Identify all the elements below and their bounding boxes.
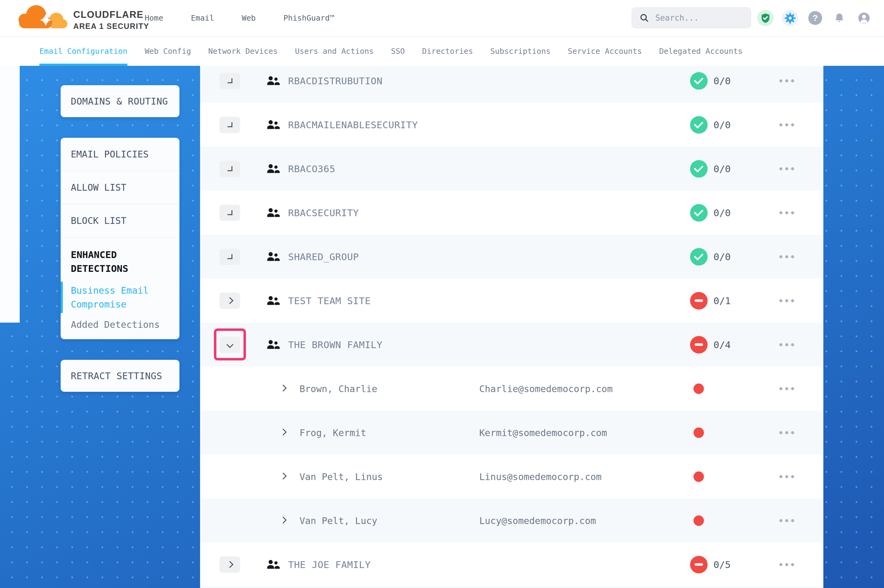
chevron-icon [227, 254, 232, 259]
sidebar-item-business-email-compromise[interactable]: Business Email Compromise [71, 284, 172, 311]
cloudflare-logo[interactable]: CLOUDFLARE AREA 1 SECURITY [16, 2, 149, 33]
tab-users-and-actions[interactable]: Users and Actions [295, 37, 374, 66]
tab-sso[interactable]: SSO [391, 37, 405, 66]
member-row: Van Pelt, Lucy Lucy@somedemocorp.com [200, 498, 823, 543]
tab-network-devices[interactable]: Network Devices [208, 37, 278, 66]
tab-delegated-accounts[interactable]: Delegated Accounts [659, 37, 743, 66]
group-icon [266, 119, 280, 130]
expand-toggle-button[interactable] [219, 292, 240, 309]
member-count: 0/0 [714, 163, 731, 174]
nav-item-web[interactable]: Web [242, 14, 256, 22]
expand-toggle-button[interactable] [219, 556, 240, 573]
row-menu-button[interactable] [776, 296, 797, 305]
group-row: THE BROWN FAMILY 0/4 [200, 322, 823, 367]
nav-item-email[interactable]: Email [191, 14, 214, 22]
chevron-icon [227, 166, 232, 171]
group-icon [266, 163, 280, 174]
row-menu-button[interactable] [776, 428, 797, 437]
group-name: RBACSECURITY [288, 207, 359, 218]
bell-icon[interactable] [831, 10, 847, 26]
search-input[interactable] [655, 13, 742, 23]
help-icon[interactable]: ? [807, 10, 823, 26]
member-email: Lucy@somedemocorp.com [479, 515, 596, 526]
row-menu-button[interactable] [776, 164, 797, 174]
group-row: RBACO365 0/0 [200, 147, 823, 190]
group-row: RBACSECURITY 0/0 [200, 190, 823, 235]
left-gutter [0, 66, 20, 322]
group-name: SHARED_GROUP [288, 251, 359, 262]
tab-web-config[interactable]: Web Config [145, 37, 191, 66]
row-menu-button[interactable] [776, 76, 797, 86]
alert-dot-icon [693, 515, 704, 526]
member-row: Van Pelt, Linus Linus@somedemocorp.com [200, 454, 823, 498]
sidebar-item-domains-routing[interactable]: DOMAINS & ROUTING [71, 96, 168, 107]
app-window: CLOUDFLARE AREA 1 SECURITY Home Email We… [0, 0, 884, 588]
enhanced-detections-section: ENHANCED DETECTIONS Business Email Compr… [61, 237, 179, 330]
chevron-right-icon[interactable] [280, 384, 287, 392]
chevron-right-icon[interactable] [280, 516, 287, 524]
row-menu-button[interactable] [776, 340, 797, 350]
security-shield-icon[interactable] [757, 10, 774, 26]
row-menu-button[interactable] [776, 472, 797, 481]
member-email: Linus@somedemocorp.com [479, 471, 601, 482]
sidebar-item-added-detections[interactable]: Added Detections [71, 319, 169, 330]
row-menu-button[interactable] [776, 208, 797, 218]
nav-item-home[interactable]: Home [145, 14, 163, 22]
alert-dot-icon [693, 471, 704, 482]
group-row: RBACMAILENABLESECURITY 0/0 [200, 103, 823, 147]
member-count: 0/1 [714, 295, 731, 306]
tab-directories[interactable]: Directories [422, 37, 473, 66]
expand-toggle-button[interactable] [219, 160, 240, 177]
expand-toggle-button[interactable] [219, 117, 240, 133]
check-icon [694, 119, 703, 128]
group-icon [266, 295, 280, 306]
group-icon [266, 251, 280, 262]
top-nav: Home Email Web PhishGuard™ [145, 0, 334, 36]
sidebar-item-block-list[interactable]: BLOCK LIST [61, 204, 179, 237]
row-menu-button[interactable] [776, 560, 797, 569]
sidebar-item-email-policies[interactable]: EMAIL POLICIES [61, 138, 179, 171]
minus-icon [695, 300, 703, 302]
row-menu-button[interactable] [776, 516, 797, 525]
expand-toggle-button[interactable] [219, 249, 240, 265]
cloudflare-cloud-icon [16, 2, 71, 33]
chevron-right-icon[interactable] [280, 428, 287, 435]
group-row: TEST TEAM SITE 0/1 [200, 279, 823, 322]
partial-row [200, 586, 823, 588]
member-row: Frog, Kermit Kermit@somedemocorp.com [200, 411, 823, 454]
group-icon [266, 207, 280, 218]
group-row: THE JOE FAMILY 0/5 [200, 543, 823, 586]
member-count: 0/5 [714, 559, 731, 570]
app-header: CLOUDFLARE AREA 1 SECURITY Home Email We… [0, 0, 884, 36]
sidebar-item-allow-list[interactable]: ALLOW LIST [61, 171, 179, 204]
search-box[interactable] [631, 8, 751, 28]
sidebar-card-domains[interactable]: DOMAINS & ROUTING [61, 85, 179, 117]
member-count: 0/4 [714, 339, 731, 350]
expand-toggle-button[interactable] [219, 73, 240, 89]
tab-email-configuration[interactable]: Email Configuration [39, 37, 128, 66]
tab-service-accounts[interactable]: Service Accounts [568, 37, 642, 66]
settings-gear-icon[interactable] [782, 10, 798, 26]
nav-item-phishguard[interactable]: PhishGuard™ [284, 14, 335, 22]
sidebar-card-retract[interactable]: RETRACT SETTINGS [61, 360, 179, 392]
chevron-icon [226, 561, 233, 568]
user-avatar-icon[interactable] [856, 10, 872, 26]
row-menu-button[interactable] [776, 384, 797, 393]
group-name: TEST TEAM SITE [288, 295, 371, 306]
member-row: Brown, Charlie Charlie@somedemocorp.com [200, 367, 823, 411]
tab-subscriptions[interactable]: Subscriptions [490, 37, 551, 66]
brand-text: CLOUDFLARE AREA 1 SECURITY [73, 9, 149, 31]
row-menu-button[interactable] [776, 252, 797, 261]
row-menu-button[interactable] [776, 120, 797, 129]
status-badge [690, 72, 708, 90]
chevron-right-icon[interactable] [280, 472, 287, 480]
group-row: RBACDISTRUBUTION 0/0 [200, 66, 823, 103]
content-area: DOMAINS & ROUTING EMAIL POLICIES ALLOW L… [0, 66, 884, 588]
member-count: 0/0 [714, 119, 731, 130]
group-list-panel: RBACDISTRUBUTION 0/0 RBACMAILENABLESECUR… [200, 66, 823, 588]
status-badge [690, 116, 708, 134]
sidebar-item-retract-settings[interactable]: RETRACT SETTINGS [71, 370, 162, 381]
check-icon [694, 163, 703, 172]
expand-toggle-button[interactable] [219, 204, 240, 221]
check-icon [694, 75, 703, 84]
